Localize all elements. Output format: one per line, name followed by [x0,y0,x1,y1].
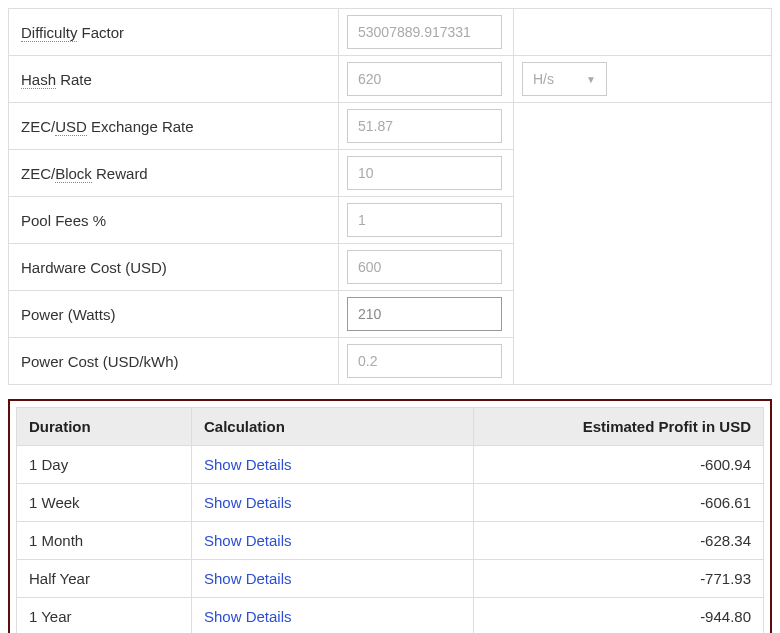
field-label: Power Cost (USD/kWh) [9,338,339,385]
results-panel: Duration Calculation Estimated Profit in… [8,399,772,633]
field-label: ZEC/USD Exchange Rate [9,103,339,150]
form-row: ZEC/Block Reward [9,150,772,197]
header-calculation: Calculation [192,408,474,446]
form-row: Hardware Cost (USD) [9,244,772,291]
profit-cell: -600.94 [474,446,764,484]
duration-cell: 1 Year [17,598,192,634]
field-input[interactable] [347,344,502,378]
show-details-link[interactable]: Show Details [204,608,292,625]
header-profit: Estimated Profit in USD [474,408,764,446]
show-details-link[interactable]: Show Details [204,456,292,473]
table-row: 1 YearShow Details-944.80 [17,598,764,634]
spacer-cell [514,150,772,197]
table-row: 1 MonthShow Details-628.34 [17,522,764,560]
form-row: Power (Watts) [9,291,772,338]
field-input-cell [339,291,514,338]
profit-cell: -771.93 [474,560,764,598]
field-input-cell [339,197,514,244]
spacer-cell [514,103,772,150]
field-label: ZEC/Block Reward [9,150,339,197]
show-details-link[interactable]: Show Details [204,494,292,511]
form-row: Power Cost (USD/kWh) [9,338,772,385]
field-input-cell [339,9,514,56]
form-row: Difficulty Factor [9,9,772,56]
field-input[interactable] [347,250,502,284]
field-input-cell [339,338,514,385]
field-label: Hardware Cost (USD) [9,244,339,291]
table-row: 1 WeekShow Details-606.61 [17,484,764,522]
chevron-down-icon: ▼ [586,74,596,85]
field-input-cell [339,56,514,103]
spacer-cell [514,9,772,56]
calculator-form: Difficulty FactorHash RateH/s▼ZEC/USD Ex… [8,8,772,385]
profit-cell: -628.34 [474,522,764,560]
duration-cell: 1 Week [17,484,192,522]
field-label: Pool Fees % [9,197,339,244]
header-duration: Duration [17,408,192,446]
form-row: Hash RateH/s▼ [9,56,772,103]
form-row: ZEC/USD Exchange Rate [9,103,772,150]
unit-select[interactable]: H/s▼ [522,62,607,96]
field-label: Difficulty Factor [9,9,339,56]
field-label: Hash Rate [9,56,339,103]
spacer-cell [514,197,772,244]
table-row: 1 DayShow Details-600.94 [17,446,764,484]
duration-cell: Half Year [17,560,192,598]
calculation-cell: Show Details [192,598,474,634]
spacer-cell [514,244,772,291]
calculation-cell: Show Details [192,484,474,522]
form-row: Pool Fees % [9,197,772,244]
field-input[interactable] [347,297,502,331]
duration-cell: 1 Day [17,446,192,484]
show-details-link[interactable]: Show Details [204,532,292,549]
calculation-cell: Show Details [192,560,474,598]
calculation-cell: Show Details [192,522,474,560]
field-label: Power (Watts) [9,291,339,338]
spacer-cell [514,338,772,385]
field-input[interactable] [347,15,502,49]
field-input-cell [339,150,514,197]
show-details-link[interactable]: Show Details [204,570,292,587]
unit-select-value: H/s [533,71,554,87]
spacer-cell [514,291,772,338]
field-input[interactable] [347,156,502,190]
field-input[interactable] [347,109,502,143]
duration-cell: 1 Month [17,522,192,560]
field-input[interactable] [347,203,502,237]
profit-cell: -944.80 [474,598,764,634]
results-table: Duration Calculation Estimated Profit in… [16,407,764,633]
field-input-cell [339,244,514,291]
field-input-cell [339,103,514,150]
calculation-cell: Show Details [192,446,474,484]
table-row: Half YearShow Details-771.93 [17,560,764,598]
field-unit-cell: H/s▼ [514,56,772,103]
field-input[interactable] [347,62,502,96]
profit-cell: -606.61 [474,484,764,522]
